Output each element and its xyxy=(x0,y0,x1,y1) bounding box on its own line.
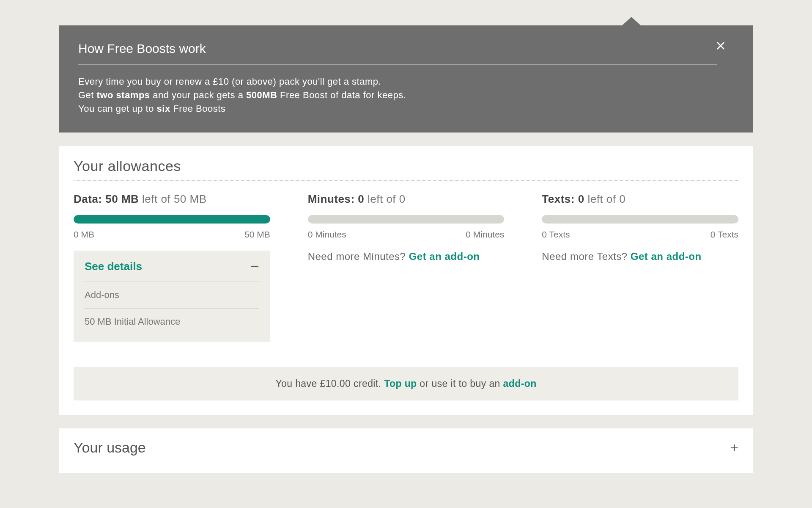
texts-max-label: 0 Texts xyxy=(710,229,738,240)
texts-progress-bar xyxy=(542,215,738,224)
usage-title: Your usage xyxy=(74,439,146,456)
data-progress-bar xyxy=(74,215,270,224)
usage-card: Your usage + xyxy=(59,428,753,473)
info-body: Every time you buy or renew a £10 (or ab… xyxy=(78,75,734,116)
top-up-link[interactable]: Top up xyxy=(384,378,417,389)
credit-banner: You have £10.00 credit. Top up or use it… xyxy=(74,367,738,400)
free-boosts-info-banner: How Free Boosts work Every time you buy … xyxy=(59,25,753,133)
allowance-minutes: Minutes: 0 left of 0 0 Minutes 0 Minutes… xyxy=(289,193,523,342)
details-initial-allowance: 50 MB Initial Allowance xyxy=(85,308,259,327)
allowances-title: Your allowances xyxy=(74,158,738,181)
minutes-addon-link[interactable]: Get an add-on xyxy=(409,251,480,262)
close-button[interactable] xyxy=(714,39,727,52)
details-addons: Add-ons xyxy=(85,282,259,308)
minus-icon: − xyxy=(250,262,259,270)
allowance-data: Data: 50 MB left of 50 MB 0 MB 50 MB See… xyxy=(74,193,289,342)
texts-min-label: 0 Texts xyxy=(542,229,570,240)
usage-toggle[interactable]: Your usage + xyxy=(74,439,738,462)
info-title: How Free Boosts work xyxy=(78,41,717,65)
info-line-1: Every time you buy or renew a £10 (or ab… xyxy=(78,75,734,88)
allowances-row: Data: 50 MB left of 50 MB 0 MB 50 MB See… xyxy=(74,193,738,342)
data-min-label: 0 MB xyxy=(74,229,94,240)
minutes-progress-labels: 0 Minutes 0 Minutes xyxy=(308,229,505,240)
info-line-3: You can get up to six Free Boosts xyxy=(78,102,734,116)
data-progress-labels: 0 MB 50 MB xyxy=(74,229,270,240)
info-line-2: Get two stamps and your pack gets a 500M… xyxy=(78,88,734,102)
allowance-texts: Texts: 0 left of 0 0 Texts 0 Texts Need … xyxy=(523,193,738,342)
data-title: Data: 50 MB left of 50 MB xyxy=(74,193,270,206)
data-max-label: 50 MB xyxy=(244,229,270,240)
texts-progress-labels: 0 Texts 0 Texts xyxy=(542,229,738,240)
allowances-card: Your allowances Data: 50 MB left of 50 M… xyxy=(59,146,753,415)
minutes-min-label: 0 Minutes xyxy=(308,229,346,240)
minutes-need-more: Need more Minutes? Get an add-on xyxy=(308,251,505,262)
data-progress-fill xyxy=(74,215,270,224)
addon-link[interactable]: add-on xyxy=(503,378,537,389)
minutes-max-label: 0 Minutes xyxy=(466,229,504,240)
texts-addon-link[interactable]: Get an add-on xyxy=(631,251,702,262)
minutes-progress-bar xyxy=(308,215,505,224)
data-details-box: See details − Add-ons 50 MB Initial Allo… xyxy=(74,251,270,342)
see-details-toggle[interactable]: See details − xyxy=(85,260,259,282)
texts-need-more: Need more Texts? Get an add-on xyxy=(542,251,738,262)
close-icon xyxy=(716,41,726,51)
minutes-title: Minutes: 0 left of 0 xyxy=(308,193,505,206)
texts-title: Texts: 0 left of 0 xyxy=(542,193,738,206)
plus-icon: + xyxy=(730,439,738,456)
